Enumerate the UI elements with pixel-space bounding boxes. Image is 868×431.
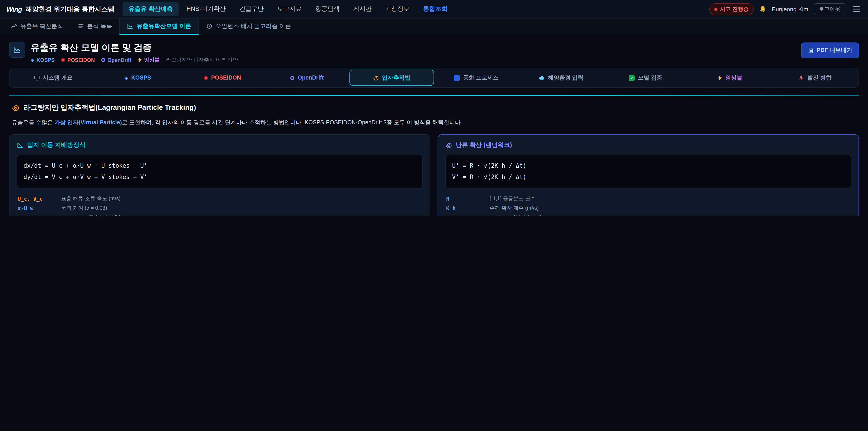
swirl-icon [445,142,452,149]
section-tab-poseidon[interactable]: POSEIDON [180,70,265,86]
red-dot-icon [61,58,65,62]
section-tab-future-direction[interactable]: 발전 방향 [773,70,857,86]
random-walk-code: U' = R · √(2K_h / Δt) V' = R · √(2K_h / … [445,155,851,189]
sub-tabbar: 유출유 확산분석 분석 목록 유출유확산모델 이론 오일펜스 배치 알고리즘 이… [0,19,868,35]
tab-diffusion-model-theory[interactable]: 유출유확산모델 이론 [120,19,199,35]
governing-equation-code: dx/dt = U_c + α·U_w + U_stokes + U' dy/d… [17,155,423,189]
bolt-icon [718,75,722,81]
page-title: 유출유 확산 모델 이론 및 검증 [31,41,238,54]
opendrift-badge: OpenDrift [101,57,131,63]
app-title: 해양환경 위기대응 통합시스템 [26,5,114,13]
section-description: 유출유를 수많은 가상 입자(Virtual Particle)로 표현하며, … [12,118,856,127]
nav-integrated-search[interactable]: 통합조회 [417,2,454,16]
ensemble-badge: 앙상블 [138,57,160,63]
diamond-icon: ◆ [31,57,34,62]
section-tabbar: 시스템 개요 ◆ KOSPS POSEIDON OpenDrift 입자추적법 … [9,68,859,88]
rocket-icon [798,75,804,81]
turbulence-legend: R [-1,1] 균등분포 난수 K_h 수평 확산 계수 (m²/s) Δt … [445,194,851,216]
section-tab-model-validation[interactable]: ✓ 모델 검증 [603,70,688,86]
tab-label: 유출유확산모델 이론 [137,22,191,30]
list-icon [78,23,84,29]
nav-emergency-rescue[interactable]: 긴급구난 [234,2,270,16]
lagrangian-intro: 라그랑지안 입자추적법(Lagrangian Particle Tracking… [9,96,859,129]
cloud-icon [538,74,545,81]
logout-button[interactable]: 로그아웃 [814,3,845,15]
tab-label: 유출유 확산분석 [20,22,63,30]
chart-model-icon [13,45,21,54]
page-header: 유출유 확산 모델 이론 및 검증 ◆ KOSPS POSEIDON OpenD… [9,41,859,63]
incident-status-badge: 사고 진행중 [709,3,754,15]
poseidon-badge: POSEIDON [61,57,95,63]
incident-status-label: 사고 진행중 [720,5,749,13]
app-logo: Wing [6,5,22,13]
chart-model-icon [127,23,133,29]
kosps-badge: ◆ KOSPS [31,57,55,63]
section-tab-kosps[interactable]: ◆ KOSPS [95,70,180,86]
tab-oil-fence-algorithm-theory[interactable]: 오일펜스 배치 알고리즘 이론 [199,19,298,35]
nav-oil-spill-forecast[interactable]: 유출유 확산예측 [123,2,179,16]
document-icon [808,48,813,53]
tab-label: 오일펜스 배치 알고리즘 이론 [216,22,291,30]
check-icon: ✓ [629,75,635,81]
legend-row: U_c, V_c 표층 해류·조류 속도 (m/s) [17,194,423,204]
pdf-export-button[interactable]: PDF 내보내기 [801,42,859,58]
tab-spill-analysis[interactable]: 유출유 확산분석 [4,19,70,35]
section-tab-ensemble[interactable]: 앙상블 [688,70,772,86]
red-dot-icon [714,7,717,11]
section-tab-weathering-process[interactable]: 풍화 프로세스 [434,70,519,86]
monitor-icon [34,75,39,81]
menu-icon[interactable] [851,4,862,13]
section-tab-marine-environment-input[interactable]: 해양환경 입력 [519,70,603,86]
legend-row: K_h 수평 확산 계수 (m²/s) [445,204,851,213]
section-tab-opendrift[interactable]: OpenDrift [265,70,349,86]
triangle-ruler-icon [17,142,24,149]
legend-row: R [-1,1] 균등분포 난수 [445,194,851,204]
section-tab-system-overview[interactable]: 시스템 개요 [11,70,95,86]
virtual-particle-highlight: 가상 입자(Virtual Particle) [55,119,122,126]
governing-legend: U_c, V_c 표층 해류·조류 속도 (m/s) α·U_w 풍력 기여 (… [17,194,423,216]
tab-analysis-list[interactable]: 분석 목록 [70,19,119,35]
ring-dot-icon [290,76,294,80]
section-heading: 라그랑지안 입자추적법(Lagrangian Particle Tracking… [12,103,856,113]
app-brand[interactable]: Wing 해양환경 위기대응 통합시스템 [6,5,114,13]
ring-dot-icon [101,58,105,62]
card-title: 입자 이동 지배방정식 [17,141,423,149]
notification-bell-icon[interactable] [759,5,766,13]
layers-icon [454,75,460,81]
governing-equation-card: 입자 이동 지배방정식 dx/dt = U_c + α·U_w + U_stok… [9,134,430,216]
red-dot-icon [204,76,208,80]
turbulent-diffusion-card: 난류 확산 (랜덤워크) U' = R · √(2K_h / Δt) V' = … [438,134,859,216]
legend-row: α·U_w 풍력 기여 (α ≈ 0.03) [17,204,423,213]
tab-label: 분석 목록 [87,22,112,30]
top-navbar: Wing 해양환경 위기대응 통합시스템 유출유 확산예측 HNS·대기확산 긴… [0,0,868,19]
topbar-right: 사고 진행중 Eunjeong Kim 로그아웃 [709,3,862,15]
section-tab-particle-tracking[interactable]: 입자추적법 [349,70,434,86]
nav-board[interactable]: 게시판 [347,2,377,16]
main-nav: 유출유 확산예측 HNS·대기확산 긴급구난 보고자료 항공탐색 게시판 기상정… [123,2,701,16]
nav-hns-atmospheric[interactable]: HNS·대기확산 [181,2,232,16]
page-icon [9,41,25,58]
user-name: Eunjeong Kim [772,6,808,12]
card-title: 난류 확산 (랜덤워크) [445,141,851,149]
app-root: Wing 해양환경 위기대응 통합시스템 유출유 확산예측 HNS·대기확산 긴… [0,0,868,216]
nav-aerial-search[interactable]: 항공탐색 [309,2,346,16]
legend-row: U_stokes 스토크스 표류 (파랑 영향) [17,213,423,216]
swirl-icon [373,75,379,81]
ring-icon [206,23,213,29]
model-badge-row: ◆ KOSPS POSEIDON OpenDrift 앙상블 [31,57,238,63]
page-subtitle: 라그랑지안 입자추적 이론 기반 [166,57,238,63]
nav-reports[interactable]: 보고자료 [272,2,308,16]
nav-weather-info[interactable]: 기상정보 [379,2,415,16]
diamond-icon: ◆ [125,75,128,80]
legend-row: Δt 시간 스텝 (일반 1시간) [445,213,851,216]
bolt-icon [138,57,142,63]
equation-cards-row: 입자 이동 지배방정식 dx/dt = U_c + α·U_w + U_stok… [9,134,859,216]
chart-line-icon [11,23,17,29]
swirl-icon [12,104,20,112]
particle-tracking-section: 라그랑지안 입자추적법(Lagrangian Particle Tracking… [9,95,859,216]
